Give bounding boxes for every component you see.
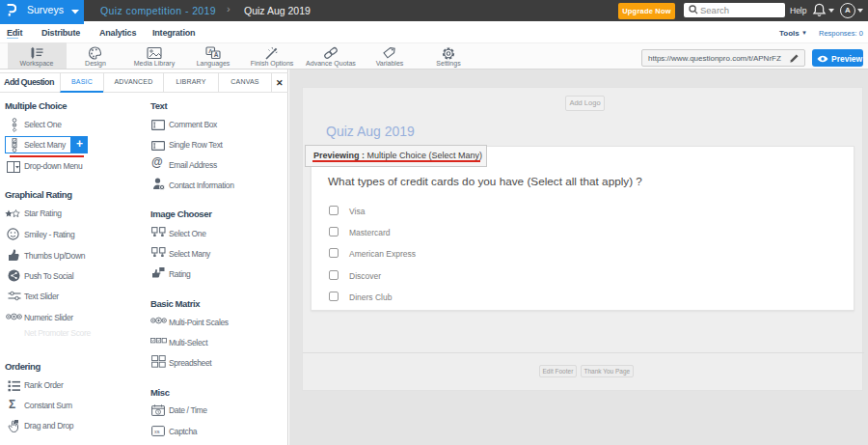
svg-text:A: A <box>214 51 219 58</box>
svg-text:Λ: Λ <box>208 48 212 54</box>
svg-text:xs: xs <box>154 429 160 434</box>
